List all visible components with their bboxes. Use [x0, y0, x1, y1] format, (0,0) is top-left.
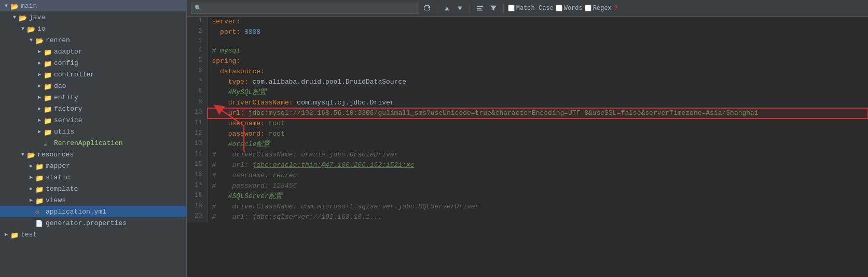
sidebar-item-java[interactable]: ▼📂java	[0, 11, 186, 23]
line-content-16[interactable]: # username: renren	[208, 170, 868, 181]
sidebar-item-adaptor[interactable]: ▶📁adaptor	[0, 46, 186, 57]
sidebar-item-views[interactable]: ▶📁views	[0, 194, 186, 206]
folder-arrow-factory: ▶	[35, 105, 44, 112]
line-content-6[interactable]: datasource:	[208, 67, 868, 77]
svg-rect-2	[477, 9, 483, 10]
code-line-20: 20# url: jdbc:sqlserver://192.168.10.1..…	[187, 212, 868, 222]
sidebar-item-utils[interactable]: ▶📁utils	[0, 126, 186, 137]
code-line-5: 5spring:	[187, 56, 868, 67]
sidebar-item-config[interactable]: ▶📁config	[0, 57, 186, 69]
line-number-1: 1	[187, 17, 208, 27]
sidebar-item-resources[interactable]: ▼📂resources	[0, 149, 186, 160]
sidebar-item-static[interactable]: ▶📁static	[0, 172, 186, 183]
folder-arrow-dao: ▶	[35, 83, 44, 89]
sidebar-item-factory[interactable]: ▶📁factory	[0, 103, 186, 114]
test-label: test	[21, 231, 37, 239]
folder-label-renren: renren	[46, 36, 70, 44]
folder-label-factory: factory	[54, 105, 82, 113]
line-content-19[interactable]: # driverClassName: com.microsoft.sqlserv…	[208, 202, 868, 212]
line-number-12: 12	[187, 129, 208, 139]
folder-icon-entity: 📁	[44, 94, 52, 101]
line-content-14[interactable]: # driverClassName: oracle.jdbc.OracleDri…	[208, 150, 868, 160]
line-content-9[interactable]: driverClassName: com.mysql.cj.jdbc.Drive…	[208, 98, 868, 108]
line-content-10[interactable]: url: jdbc:mysql://192.168.56.10:3306/gul…	[208, 108, 868, 118]
line-number-20: 20	[187, 212, 208, 222]
sidebar-item-io[interactable]: ▼📂io	[0, 23, 186, 34]
folder-label-utils: utils	[54, 128, 74, 136]
sidebar-item-controller[interactable]: ▶📁controller	[0, 69, 186, 80]
yml-icon-application.yml: ⚙	[35, 208, 44, 215]
sidebar-item-renren[interactable]: ▼📂renren	[0, 34, 186, 46]
code-line-3: 3	[187, 37, 868, 46]
words-label[interactable]: Words	[556, 5, 583, 12]
folder-arrow-io: ▼	[19, 26, 27, 32]
sidebar-item-dao[interactable]: ▶📁dao	[0, 80, 186, 91]
sidebar-item-entity[interactable]: ▶📁entity	[0, 91, 186, 103]
line-content-17[interactable]: # password: 123456	[208, 181, 868, 191]
match-case-label[interactable]: Match Case	[508, 5, 554, 12]
sidebar-item-generator.properties[interactable]: ▶📄generator.properties	[0, 217, 186, 229]
line-content-1[interactable]: server:	[208, 17, 868, 27]
search-input-wrap[interactable]: 🔍	[191, 3, 419, 14]
folder-arrow-renren: ▼	[27, 37, 35, 43]
sidebar-item-mapper[interactable]: ▶📁mapper	[0, 160, 186, 172]
file-label-application.yml: application.yml	[46, 208, 106, 216]
folder-icon-mapper: 📁	[35, 163, 44, 169]
line-content-7[interactable]: type: com.alibaba.druid.pool.DruidDataSo…	[208, 77, 868, 87]
folder-icon-controller: 📁	[44, 71, 52, 78]
words-checkbox[interactable]	[556, 5, 562, 11]
prev-match-button[interactable]: ▲	[442, 3, 452, 14]
sidebar-item-template[interactable]: ▶📁template	[0, 183, 186, 194]
code-line-6: 6 datasource:	[187, 67, 868, 77]
code-line-10: 10 url: jdbc:mysql://192.168.56.10:3306/…	[187, 108, 868, 118]
line-content-11[interactable]: username: root	[208, 118, 868, 129]
code-line-18: 18 #SQLServer配置	[187, 191, 868, 202]
next-match-button[interactable]: ▼	[454, 3, 465, 14]
line-content-3[interactable]	[208, 37, 868, 46]
line-content-12[interactable]: password: root	[208, 129, 868, 139]
code-line-4: 4# mysql	[187, 46, 868, 56]
code-line-17: 17# password: 123456	[187, 181, 868, 191]
code-line-1: 1server:	[187, 17, 868, 27]
sidebar-item-test[interactable]: ▶📁test	[0, 229, 186, 240]
line-content-13[interactable]: #oracle配置	[208, 139, 868, 150]
line-number-3: 3	[187, 37, 208, 46]
match-case-checkbox[interactable]	[508, 5, 515, 11]
folder-label-service: service	[54, 116, 82, 124]
line-content-18[interactable]: #SQLServer配置	[208, 191, 868, 202]
sidebar-item-application.yml[interactable]: ▶⚙application.yml	[0, 206, 186, 217]
line-content-2[interactable]: port: 8888	[208, 27, 868, 37]
folder-arrow-service: ▶	[35, 117, 44, 123]
line-number-14: 14	[187, 150, 208, 160]
code-line-7: 7 type: com.alibaba.druid.pool.DruidData…	[187, 77, 868, 87]
filter-button[interactable]	[488, 3, 499, 14]
code-line-16: 16# username: renren	[187, 170, 868, 181]
refresh-button[interactable]	[421, 3, 433, 14]
line-content-20[interactable]: # url: jdbc:sqlserver://192.168.10.1...	[208, 212, 868, 222]
folder-label-io: io	[37, 25, 46, 33]
line-content-5[interactable]: spring:	[208, 56, 868, 67]
folder-label-adaptor: adaptor	[54, 48, 82, 56]
folder-label-mapper: mapper	[46, 162, 70, 170]
code-line-8: 8 #MySQL配置	[187, 87, 868, 98]
regex-help[interactable]: ?	[614, 5, 618, 12]
search-input[interactable]	[204, 5, 411, 12]
folder-icon-factory: 📁	[44, 105, 52, 112]
folder-icon-template: 📁	[35, 186, 44, 192]
regex-checkbox[interactable]	[585, 5, 591, 11]
search-bar: 🔍 ▲ ▼ Match Case Words	[187, 0, 868, 17]
sidebar-item-main[interactable]: ▼📂main	[0, 0, 186, 11]
regex-label[interactable]: Regex ?	[585, 5, 618, 12]
code-editor[interactable]: 1server:2 port: 888834# mysql5spring:6 d…	[187, 17, 868, 277]
line-content-4[interactable]: # mysql	[208, 46, 868, 56]
line-content-15[interactable]: # url: jdbc:oracle:thin:@47.100.206.162:…	[208, 160, 868, 170]
line-content-8[interactable]: #MySQL配置	[208, 87, 868, 98]
file-label-generator.properties: generator.properties	[46, 219, 127, 227]
folder-icon-views: 📁	[35, 197, 44, 204]
folder-arrow-java: ▼	[10, 15, 19, 20]
line-number-8: 8	[187, 87, 208, 98]
sidebar-item-service[interactable]: ▶📁service	[0, 114, 186, 126]
sidebar-item-RenrenApplication[interactable]: ▶☕RenrenApplication	[0, 137, 186, 149]
find-usages-button[interactable]	[474, 3, 486, 14]
code-line-9: 9 driverClassName: com.mysql.cj.jdbc.Dri…	[187, 98, 868, 108]
